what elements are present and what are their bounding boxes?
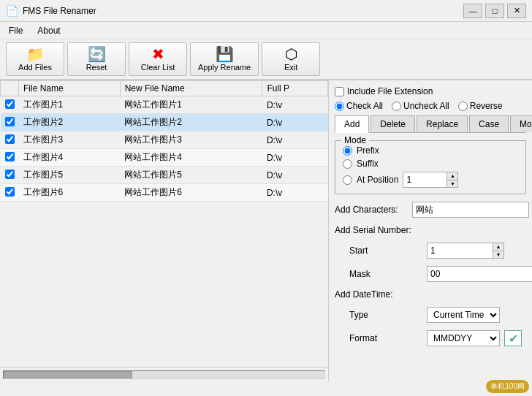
serial-start-up-button[interactable]: ▲ <box>493 243 503 251</box>
mode-suffix-radio[interactable] <box>343 159 352 169</box>
mode-atposition-row: At Position ▲ ▼ <box>343 172 518 188</box>
uncheck-all-label: Uncheck All <box>403 101 449 111</box>
add-datetime-row: Add DateTime: <box>335 289 526 300</box>
tab-case[interactable]: Case <box>469 115 509 132</box>
main-content: File Name New File Name Full P 工作图片1 网站工… <box>0 80 532 381</box>
exit-label: Exit <box>284 63 297 72</box>
row-filename: 工作图片5 <box>19 167 121 184</box>
mode-options: Prefix Suffix At Position ▲ ▼ <box>343 145 518 188</box>
tab-delete[interactable]: Delete <box>370 115 415 132</box>
row-checkbox-cell <box>1 96 19 114</box>
serial-start-row: Start ▲ ▼ <box>335 243 526 259</box>
clear-list-button[interactable]: ✖ Clear List <box>129 42 187 76</box>
clear-list-label: Clear List <box>141 63 175 72</box>
serial-start-spin-buttons: ▲ ▼ <box>493 243 504 259</box>
exit-icon: ⬡ <box>285 47 297 61</box>
at-position-down-button[interactable]: ▼ <box>447 180 457 188</box>
table-row[interactable]: 工作图片4 网站工作图片4 D:\v <box>1 149 328 167</box>
row-checkbox[interactable] <box>5 134 15 144</box>
datetime-format-confirm-button[interactable]: ✔ <box>504 330 522 346</box>
table-row[interactable]: 工作图片5 网站工作图片5 D:\v <box>1 167 328 184</box>
include-file-extension-row: Include File Extension <box>335 86 526 96</box>
menu-item-file[interactable]: File <box>6 24 26 37</box>
include-file-extension-checkbox[interactable] <box>335 87 344 96</box>
serial-start-label: Start <box>349 245 422 256</box>
file-list-hscroll[interactable] <box>0 367 328 381</box>
datetime-format-select[interactable]: MMDDYY DDMMYY YYMMDD <box>427 330 500 346</box>
title-bar: 📄 FMS File Renamer — □ ✕ <box>0 0 532 22</box>
file-list-panel: File Name New File Name Full P 工作图片1 网站工… <box>0 80 329 381</box>
reset-label: Reset <box>86 63 107 72</box>
mode-prefix-row: Prefix <box>343 145 518 156</box>
col-header-filename: File Name <box>19 81 121 96</box>
right-panel: Include File Extension Check All Uncheck… <box>329 80 532 381</box>
hscroll-bar[interactable] <box>3 370 325 379</box>
tab-replace[interactable]: Replace <box>417 115 468 132</box>
close-button[interactable]: ✕ <box>507 4 526 18</box>
mode-group-title: Mode <box>341 135 369 145</box>
apply-rename-button[interactable]: 💾 Apply Rename <box>190 42 259 76</box>
table-row[interactable]: 工作图片6 网站工作图片6 D:\v <box>1 184 328 202</box>
datetime-type-select[interactable]: Current Time File Created File Modified <box>427 307 500 323</box>
add-characters-input[interactable] <box>412 202 529 218</box>
row-checkbox[interactable] <box>5 117 15 126</box>
add-characters-row: Add Characters: ✔ <box>335 202 526 218</box>
at-position-up-button[interactable]: ▲ <box>447 172 457 180</box>
row-checkbox[interactable] <box>5 187 15 197</box>
row-checkbox-cell <box>1 132 19 149</box>
row-checkbox-cell <box>1 149 19 167</box>
title-bar-left: 📄 FMS File Renamer <box>6 5 96 17</box>
col-header-check <box>1 81 19 96</box>
serial-start-input[interactable] <box>427 243 493 259</box>
row-fullpath: D:\v <box>262 167 328 184</box>
datetime-format-label: Format <box>349 333 422 343</box>
add-datetime-label: Add DateTime: <box>335 289 408 300</box>
table-row[interactable]: 工作图片1 网站工作图片1 D:\v <box>1 96 328 114</box>
row-filename: 工作图片4 <box>19 149 121 167</box>
tab-add[interactable]: Add <box>335 115 369 133</box>
row-new-filename: 网站工作图片3 <box>120 132 262 149</box>
add-characters-label: Add Characters: <box>335 205 408 215</box>
reset-icon: 🔄 <box>88 47 106 61</box>
datetime-format-row: Format MMDDYY DDMMYY YYMMDD ✔ <box>335 330 526 346</box>
row-checkbox[interactable] <box>5 170 15 179</box>
mode-suffix-row: Suffix <box>343 159 518 169</box>
serial-mask-row: Mask ✔ <box>335 266 526 282</box>
table-row[interactable]: 工作图片3 网站工作图片3 D:\v <box>1 132 328 149</box>
minimize-button[interactable]: — <box>463 4 482 18</box>
menu-item-about[interactable]: About <box>34 24 63 37</box>
at-position-spinner: ▲ ▼ <box>403 172 458 188</box>
table-row[interactable]: 工作图片2 网站工作图片2 D:\v <box>1 114 328 132</box>
row-fullpath: D:\v <box>262 149 328 167</box>
reset-button[interactable]: 🔄 Reset <box>67 42 126 76</box>
file-table: File Name New File Name Full P 工作图片1 网站工… <box>0 80 328 202</box>
serial-start-down-button[interactable]: ▼ <box>493 251 503 259</box>
uncheck-all-option: Uncheck All <box>392 101 449 111</box>
add-files-button[interactable]: 📁 Add Files <box>6 42 64 76</box>
selection-options-row: Check All Uncheck All Reverse <box>335 101 526 111</box>
app-title: FMS File Renamer <box>23 6 96 16</box>
exit-button[interactable]: ⬡ Exit <box>262 42 320 76</box>
row-new-filename: 网站工作图片2 <box>120 114 262 132</box>
mode-group: Mode Prefix Suffix At Position ▲ <box>335 140 526 194</box>
tabs-row: Add Delete Replace Case Move/Copy <box>335 115 526 133</box>
apply-rename-label: Apply Rename <box>198 63 251 72</box>
at-position-input[interactable] <box>403 172 446 188</box>
serial-mask-input[interactable] <box>427 266 532 282</box>
row-filename: 工作图片1 <box>19 96 121 114</box>
row-filename: 工作图片3 <box>19 132 121 149</box>
row-new-filename: 网站工作图片1 <box>120 96 262 114</box>
hscroll-thumb <box>4 371 132 378</box>
maximize-button[interactable]: □ <box>485 4 504 18</box>
tab-movecopy[interactable]: Move/Copy <box>510 115 532 132</box>
mode-suffix-label: Suffix <box>357 159 379 169</box>
mode-atposition-radio[interactable] <box>343 175 352 185</box>
title-bar-controls: — □ ✕ <box>463 4 526 18</box>
row-checkbox[interactable] <box>5 99 15 109</box>
file-list-scroll[interactable]: File Name New File Name Full P 工作图片1 网站工… <box>0 80 328 367</box>
mode-prefix-radio[interactable] <box>343 146 352 156</box>
app-icon: 📄 <box>6 5 18 17</box>
row-checkbox[interactable] <box>5 152 15 161</box>
row-fullpath: D:\v <box>262 96 328 114</box>
watermark: 单机100网 <box>486 380 529 393</box>
